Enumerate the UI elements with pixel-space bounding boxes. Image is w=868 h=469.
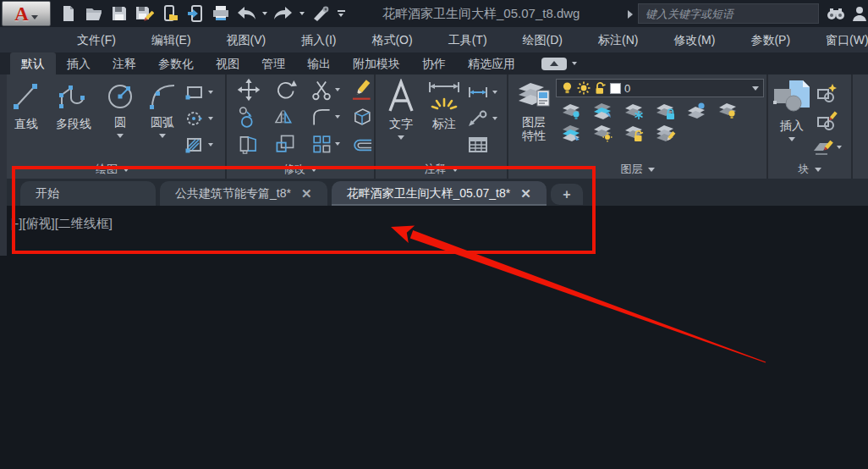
panel-label-layers[interactable]: 图层 — [508, 160, 766, 179]
block-small-tools — [812, 77, 842, 160]
open-from-mobile-button[interactable] — [159, 3, 181, 25]
new-file-button[interactable] — [58, 3, 80, 25]
save-as-button[interactable] — [134, 3, 156, 25]
open-file-button[interactable] — [83, 3, 105, 25]
chevron-down-icon — [208, 91, 213, 94]
layer-unisolate-button[interactable] — [556, 122, 587, 144]
layer-properties-button[interactable]: 图层 特性 — [512, 77, 556, 142]
edit-block-button[interactable] — [816, 108, 838, 133]
table-button[interactable] — [467, 131, 497, 157]
redo-dropdown[interactable] — [298, 3, 306, 25]
block-editor-button[interactable] — [812, 135, 842, 160]
search-input[interactable] — [639, 8, 818, 20]
menu-tools[interactable]: 工具(T) — [431, 27, 505, 52]
insert-block-button[interactable]: 插入 — [772, 77, 812, 160]
chevron-down-icon — [335, 88, 340, 91]
text-button[interactable]: 文字 — [381, 77, 421, 157]
panel-label-modify[interactable]: 修改 — [227, 160, 374, 179]
panel-label-block[interactable]: 块 — [768, 160, 851, 179]
erase-button[interactable] — [350, 78, 374, 102]
menu-file[interactable]: 文件(F) — [59, 27, 134, 52]
fillet-button[interactable] — [310, 105, 340, 129]
layer-lock-button[interactable] — [650, 100, 681, 122]
menu-parametric[interactable]: 参数(P) — [733, 27, 808, 52]
create-block-button[interactable] — [816, 80, 838, 106]
ribbon-tab-manage[interactable]: 管理 — [250, 52, 296, 74]
ribbon-tab-collaborate[interactable]: 协作 — [411, 52, 457, 74]
trim-button[interactable] — [310, 78, 340, 102]
layer-isolate-button[interactable] — [587, 100, 618, 122]
redo-button[interactable] — [272, 3, 294, 25]
file-tab-energy-doc[interactable]: 公共建筑节能专篇_t8* ✕ — [160, 181, 327, 206]
undo-dropdown[interactable] — [261, 3, 269, 25]
layer-select-combo[interactable]: 0 — [556, 79, 764, 97]
layer-off-button[interactable] — [556, 100, 587, 122]
copy-button[interactable] — [237, 105, 261, 129]
layer-match-button[interactable] — [650, 122, 681, 144]
dimension-button[interactable]: 标注 — [421, 77, 467, 157]
layer-unlock-button[interactable] — [618, 122, 650, 144]
layer-thaw-button[interactable] — [587, 122, 618, 144]
menu-window[interactable]: 窗口(W) — [808, 27, 868, 52]
make-current-button[interactable] — [681, 100, 712, 122]
menu-format[interactable]: 格式(O) — [354, 27, 430, 52]
page-setup-button[interactable] — [310, 3, 332, 25]
menu-modify[interactable]: 修改(M) — [656, 27, 733, 52]
ribbon-tab-featured-apps[interactable]: 精选应用 — [457, 52, 526, 74]
leader-button[interactable] — [467, 105, 497, 131]
application-menu-button[interactable]: A — [2, 1, 51, 26]
sign-in-button[interactable] — [849, 3, 868, 24]
viewport-menu-control[interactable]: [-] — [11, 216, 22, 232]
panel-label-draw[interactable]: 绘图 — [0, 160, 225, 179]
menu-insert[interactable]: 插入(I) — [283, 27, 354, 52]
ribbon-tab-addins[interactable]: 附加模块 — [342, 52, 411, 74]
rectangle-button[interactable] — [184, 79, 213, 105]
undo-button[interactable] — [235, 3, 257, 25]
mirror-button[interactable] — [273, 105, 297, 129]
offset-icon — [350, 132, 374, 156]
search-button[interactable] — [826, 3, 846, 24]
layer-freeze-button[interactable] — [618, 100, 650, 122]
ribbon-tab-insert[interactable]: 插入 — [56, 52, 102, 74]
scale-button[interactable] — [273, 132, 297, 156]
menu-edit[interactable]: 编辑(E) — [134, 27, 209, 52]
menu-view[interactable]: 视图(V) — [209, 27, 284, 52]
save-button[interactable] — [108, 3, 130, 25]
array-button[interactable] — [310, 132, 340, 156]
menu-draw[interactable]: 绘图(D) — [505, 27, 580, 52]
circle-button[interactable]: 圆 — [100, 77, 140, 157]
line-button[interactable]: 直线 — [5, 77, 47, 157]
visual-style-control[interactable]: [二维线框] — [55, 216, 113, 232]
menu-dimension[interactable]: 标注(N) — [580, 27, 656, 52]
move-button[interactable] — [237, 78, 261, 102]
polyline-icon — [57, 79, 91, 114]
layer-on-button[interactable] — [712, 100, 744, 122]
hatch-button[interactable] — [184, 131, 213, 157]
ribbon-tab-annotate[interactable]: 注释 — [102, 52, 147, 74]
polyline-button[interactable]: 多段线 — [47, 77, 100, 157]
explode-button[interactable] — [350, 105, 374, 129]
offset-button[interactable] — [350, 132, 374, 156]
stretch-button[interactable] — [237, 132, 261, 156]
close-tab-icon[interactable]: ✕ — [301, 187, 312, 200]
panel-label-annotation[interactable]: 注释 — [376, 160, 507, 179]
ribbon-tab-output[interactable]: 输出 — [296, 52, 342, 74]
ribbon-tab-parametric[interactable]: 参数化 — [147, 52, 205, 74]
customize-toolbar-button[interactable] — [335, 3, 347, 25]
arc-button[interactable]: 圆弧 — [140, 77, 184, 157]
file-tab-start[interactable]: 开始 — [20, 181, 156, 206]
ribbon-tab-home[interactable]: 默认 — [10, 52, 56, 74]
ellipse-button[interactable] — [184, 105, 213, 131]
expand-search-icon[interactable] — [628, 10, 633, 19]
file-tab-active-drawing[interactable]: 花畔酒家卫生间大样_05.07_t8* ✕ — [332, 181, 547, 206]
plot-button[interactable] — [210, 3, 232, 25]
close-tab-icon[interactable]: ✕ — [520, 187, 531, 200]
ribbon-collapse-button[interactable] — [541, 52, 577, 74]
linear-dimension-button[interactable] — [467, 79, 497, 105]
drawing-canvas[interactable]: [-] [俯视] [二维线框] — [0, 206, 868, 469]
new-drawing-tab-button[interactable]: + — [551, 184, 583, 205]
rotate-button[interactable] — [273, 78, 297, 102]
ribbon-tab-view[interactable]: 视图 — [205, 52, 250, 74]
view-control[interactable]: [俯视] — [22, 216, 54, 232]
save-to-mobile-button[interactable] — [184, 3, 206, 25]
